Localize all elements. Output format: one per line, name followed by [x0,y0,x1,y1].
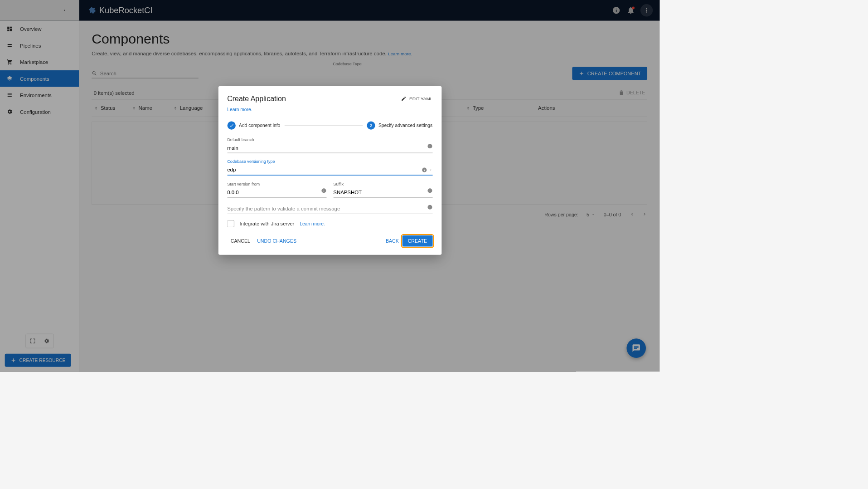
suffix-input[interactable] [333,187,432,198]
start-version-label: Start version from [227,182,326,187]
step-1[interactable]: Add component info [227,122,280,130]
step-connector [284,125,363,126]
dialog-learn-more-link[interactable]: Learn more. [227,107,252,112]
versioning-type-select[interactable] [227,165,432,176]
pencil-icon [401,96,407,101]
jira-learn-more-link[interactable]: Learn more. [300,221,325,226]
step-2-label: Specify advanced settings [378,123,432,128]
edit-yaml-button[interactable]: EDIT YAML [401,96,432,101]
versioning-type-label: Codebase versioning type [227,159,432,164]
commit-pattern-input[interactable] [227,204,432,214]
info-icon [427,188,432,193]
dialog-title: Create Application [227,94,286,103]
info-icon [321,188,326,193]
info-button[interactable] [427,188,432,195]
suffix-label: Suffix [333,182,432,187]
jira-label: Integrate with Jira server [240,221,295,226]
step-2-number: 2 [367,122,375,130]
step-2[interactable]: 2 Specify advanced settings [367,122,432,130]
info-button[interactable] [427,143,432,150]
info-button[interactable] [321,188,326,195]
default-branch-label: Default branch [227,137,432,142]
stepper: Add component info 2 Specify advanced se… [227,122,432,130]
info-icon [422,167,427,173]
jira-integrate-checkbox[interactable] [227,220,234,227]
dropdown-toggle[interactable] [422,167,432,173]
default-branch-input[interactable] [227,143,432,153]
undo-changes-button[interactable]: UNDO CHANGES [254,235,300,246]
modal-overlay[interactable]: Create Application EDIT YAML Learn more.… [0,0,659,372]
info-icon [427,205,432,210]
back-button[interactable]: BACK [382,235,402,246]
info-icon [427,143,432,149]
check-icon [227,122,235,130]
chevron-down-icon [428,168,432,172]
info-button[interactable] [427,205,432,211]
create-button[interactable]: CREATE [402,235,432,246]
edit-yaml-label: EDIT YAML [409,96,432,101]
create-application-dialog: Create Application EDIT YAML Learn more.… [218,86,441,255]
start-version-input[interactable] [227,187,326,198]
step-1-label: Add component info [239,123,280,128]
cancel-button[interactable]: CANCEL [227,235,253,246]
